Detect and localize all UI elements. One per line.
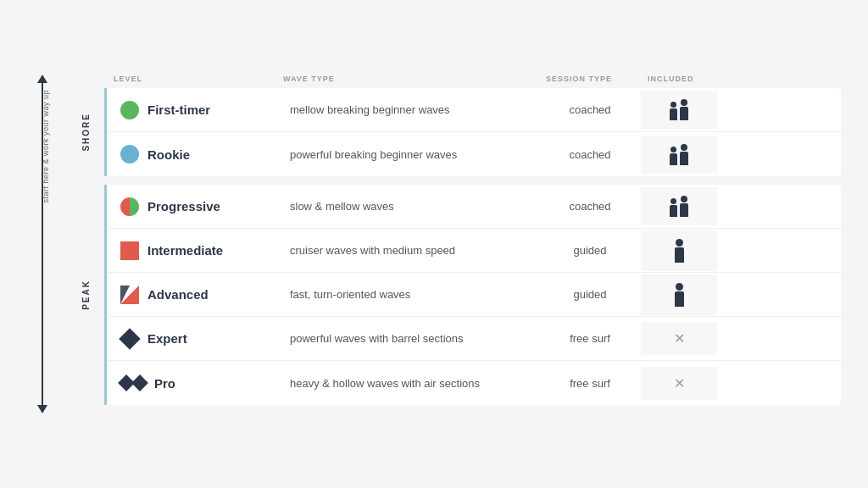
table-row: Pro heavy & hollow waves with air sectio… (107, 361, 841, 405)
level-name-pro: Pro (154, 376, 175, 391)
section-content-shore: First-timer mellow breaking beginner wav… (107, 88, 841, 176)
table-row: Intermediate cruiser waves with medium s… (107, 229, 841, 273)
col-header-session-type: Session Type (539, 75, 641, 83)
people-icon-progressive (670, 196, 688, 217)
person-icon (675, 239, 684, 263)
level-cell-firsttimer: First-timer (107, 92, 276, 128)
person-icon (675, 283, 684, 307)
session-cell-pro: free surf (539, 369, 641, 398)
icon-rookie (120, 145, 139, 164)
pro-diamond-right (131, 374, 148, 391)
included-cell-rookie (641, 136, 717, 174)
level-name-expert: Expert (147, 331, 187, 346)
wave-cell-progressive: slow & mellow waves (276, 191, 539, 221)
icon-advanced (120, 286, 139, 304)
icon-pro (120, 377, 146, 389)
section-peak: PEAK Progressive slow & mellow waves coa… (64, 185, 841, 405)
wave-cell-expert: powerful waves with barrel sections (276, 324, 539, 353)
included-cell-firsttimer (641, 91, 717, 129)
section-name-peak: PEAK (81, 280, 91, 310)
level-cell-intermediate: Intermediate (107, 233, 276, 269)
table-row: Progressive slow & mellow waves coached (107, 185, 841, 229)
x-icon-expert: ✕ (674, 330, 685, 347)
person-icon (680, 196, 688, 217)
included-cell-expert: ✕ (641, 322, 717, 355)
included-cell-advanced (641, 274, 717, 315)
table-row: Expert powerful waves with barrel sectio… (107, 317, 841, 361)
level-name-rookie: Rookie (147, 147, 190, 162)
col-header-empty (64, 75, 107, 83)
level-cell-progressive: Progressive (107, 189, 276, 225)
person-icon (680, 144, 688, 165)
level-name-firsttimer: First-timer (147, 103, 210, 117)
arrow-up-icon (37, 75, 47, 83)
session-cell-intermediate: guided (539, 236, 641, 265)
session-cell-rookie: coached (539, 140, 641, 169)
icon-intermediate (120, 241, 139, 260)
table-row: Advanced fast, turn-oriented waves guide… (107, 273, 841, 317)
icon-progressive (120, 197, 139, 216)
included-cell-intermediate (641, 230, 717, 271)
level-cell-rookie: Rookie (107, 136, 276, 172)
arrow-down-icon (37, 405, 47, 413)
level-name-intermediate: Intermediate (147, 243, 223, 258)
icon-firsttimer (120, 101, 139, 119)
col-header-included: Included (641, 75, 717, 83)
table-row: First-timer mellow breaking beginner wav… (107, 88, 841, 132)
section-shore: SHORE First-timer mellow breaking beginn… (64, 88, 841, 176)
person-icon (670, 198, 677, 217)
included-cell-progressive (641, 187, 717, 225)
x-icon-pro: ✕ (674, 375, 685, 391)
section-content-peak: Progressive slow & mellow waves coached (107, 185, 841, 405)
person-icon-intermediate (675, 239, 684, 263)
wave-cell-firsttimer: mellow breaking beginner waves (276, 95, 539, 125)
icon-expert-wrap (120, 330, 139, 348)
section-label-peak: PEAK (64, 185, 107, 405)
level-name-advanced: Advanced (147, 287, 209, 302)
wave-cell-intermediate: cruiser waves with medium speed (276, 236, 539, 265)
session-cell-firsttimer: coached (539, 95, 641, 125)
session-cell-progressive: coached (539, 191, 641, 221)
axis: start here & work your way up (27, 75, 58, 413)
col-header-wave-type: Wave Type (276, 75, 539, 83)
axis-label: start here & work your way up (42, 90, 50, 203)
level-cell-pro: Pro (107, 368, 276, 399)
person-icon-advanced (675, 283, 684, 307)
icon-expert (119, 328, 140, 349)
session-cell-expert: free surf (539, 324, 641, 353)
level-cell-advanced: Advanced (107, 277, 276, 313)
wave-cell-pro: heavy & hollow waves with air sections (276, 369, 539, 398)
section-border-shore (104, 88, 107, 176)
included-cell-pro: ✕ (641, 367, 717, 400)
wave-cell-rookie: powerful breaking beginner waves (276, 140, 539, 169)
person-icon (670, 147, 677, 165)
session-cell-advanced: guided (539, 280, 641, 309)
level-name-progressive: Progressive (147, 199, 220, 214)
section-border-peak (104, 185, 107, 405)
person-icon (670, 102, 677, 120)
col-header-level: Level (107, 75, 276, 83)
level-cell-expert: Expert (107, 321, 276, 357)
people-icon-firsttimer (670, 99, 688, 120)
wave-cell-advanced: fast, turn-oriented waves (276, 280, 539, 309)
section-name-shore: SHORE (81, 113, 91, 152)
column-headers: Level Wave Type Session Type Included (64, 75, 841, 88)
table-area: Level Wave Type Session Type Included SH… (64, 75, 841, 413)
people-icon-rookie (670, 144, 688, 165)
person-icon (680, 99, 688, 120)
axis-line: start here & work your way up (42, 83, 43, 405)
table-row: Rookie powerful breaking beginner waves … (107, 132, 841, 176)
section-label-shore: SHORE (64, 88, 107, 176)
